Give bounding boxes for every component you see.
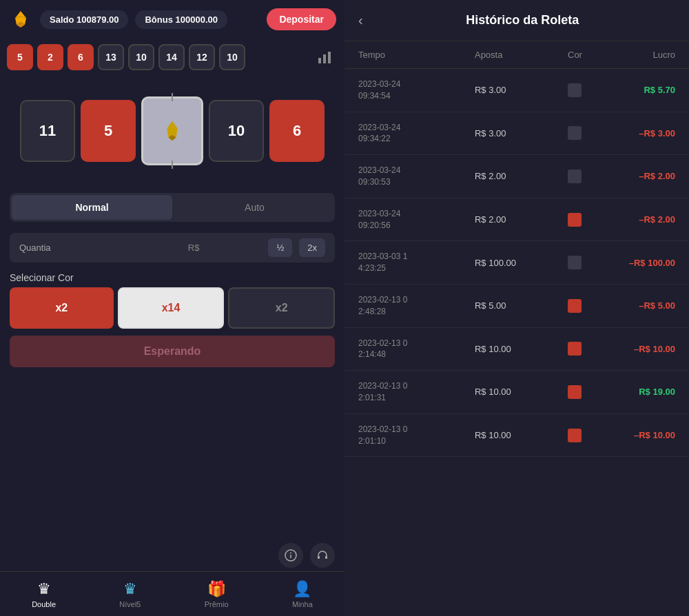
table-row: 2023-03-2409:30:53 R$ 2.00 –R$ 2.00 <box>344 155 689 198</box>
td-aposta-8: R$ 10.00 <box>475 387 553 397</box>
bubble-2: 2 <box>37 44 63 70</box>
headset-button[interactable] <box>310 543 335 568</box>
roulette-display: 11 5 10 6 <box>0 76 344 186</box>
header: Saldo 100879.00 Bônus 100000.00 Deposita… <box>0 0 344 39</box>
currency-label: R$ <box>188 243 200 253</box>
td-aposta-2: R$ 3.00 <box>475 128 553 138</box>
deposit-button[interactable]: Depositar <box>267 8 336 30</box>
svg-rect-10 <box>290 555 291 558</box>
td-lucro-7: –R$ 10.00 <box>597 344 675 354</box>
bubble-7: 12 <box>189 44 215 70</box>
bubble-3: 6 <box>68 44 94 70</box>
th-aposta: Aposta <box>475 50 553 60</box>
td-time-4: 2023-03-2409:20:56 <box>358 208 475 232</box>
half-button[interactable]: ½ <box>268 238 292 257</box>
right-header: ‹ Histórico da Roleta <box>344 0 689 41</box>
nav-minha[interactable]: 👤 Minha <box>292 580 313 608</box>
td-lucro-8: R$ 19.00 <box>597 387 675 397</box>
svg-point-11 <box>290 553 291 554</box>
color-white-button[interactable]: x14 <box>118 287 225 329</box>
td-aposta-9: R$ 10.00 <box>475 430 553 440</box>
table-row: 2023-03-2409:34:54 R$ 3.00 R$ 5.70 <box>344 69 689 112</box>
amount-row: Quantia R$ ½ 2x <box>10 233 335 263</box>
bubble-4: 13 <box>98 44 124 70</box>
td-cor-7 <box>553 342 598 356</box>
td-lucro-4: –R$ 2.00 <box>597 214 675 225</box>
td-lucro-1: R$ 5.70 <box>597 85 675 95</box>
td-lucro-2: –R$ 3.00 <box>597 128 675 138</box>
history-bubbles: 5 2 6 13 10 14 12 10 <box>0 39 344 76</box>
amount-input[interactable] <box>206 243 261 254</box>
table-header: Tempo Aposta Cor Lucro <box>344 41 689 69</box>
premio-icon: 🎁 <box>207 580 226 598</box>
table-row: 2023-03-03 14:23:25 R$ 100.00 –R$ 100.00 <box>344 241 689 285</box>
svg-rect-4 <box>323 54 326 63</box>
tab-normal[interactable]: Normal <box>12 195 172 220</box>
th-cor: Cor <box>553 50 598 60</box>
nav-double[interactable]: ♛ Double <box>32 580 56 608</box>
amount-label: Quantia <box>19 243 181 253</box>
waiting-button[interactable]: Esperando <box>10 336 335 367</box>
color-dark-button[interactable]: x2 <box>228 287 335 329</box>
td-cor-6 <box>553 299 598 313</box>
roulette-card-2: 5 <box>81 100 136 162</box>
td-aposta-5: R$ 100.00 <box>475 258 553 268</box>
double-icon: ♛ <box>37 580 51 598</box>
color-options: x2 x14 x2 <box>10 287 335 329</box>
minha-icon: 👤 <box>293 580 311 598</box>
color-label: Selecionar Cor <box>10 272 335 283</box>
td-cor-2 <box>553 126 598 140</box>
roulette-card-1: 11 <box>20 100 75 162</box>
table-row: 2023-03-2409:34:22 R$ 3.00 –R$ 3.00 <box>344 112 689 156</box>
td-aposta-7: R$ 10.00 <box>475 344 553 354</box>
td-aposta-3: R$ 2.00 <box>475 171 553 181</box>
bubble-5: 10 <box>128 44 154 70</box>
table-row: 2023-02-13 02:01:10 R$ 10.00 –R$ 10.00 <box>344 414 689 458</box>
td-time-5: 2023-03-03 14:23:25 <box>358 251 475 274</box>
td-cor-8 <box>553 385 598 399</box>
roulette-card-center <box>141 96 203 165</box>
table-row: 2023-02-13 02:14:48 R$ 10.00 –R$ 10.00 <box>344 328 689 371</box>
td-cor-5 <box>553 256 598 269</box>
td-cor-1 <box>553 83 598 97</box>
svg-rect-5 <box>328 52 331 63</box>
nav-nivel-label: Nível5 <box>119 600 141 608</box>
td-lucro-6: –R$ 5.00 <box>597 300 675 311</box>
left-panel: Saldo 100879.00 Bônus 100000.00 Deposita… <box>0 0 344 616</box>
td-time-2: 2023-03-2409:34:22 <box>358 122 475 145</box>
td-lucro-9: –R$ 10.00 <box>597 430 675 440</box>
td-aposta-4: R$ 2.00 <box>475 214 553 225</box>
nav-nivel[interactable]: ♛ Nível5 <box>119 580 141 608</box>
svg-rect-3 <box>318 58 321 63</box>
bubble-6: 14 <box>158 44 185 70</box>
info-button[interactable] <box>278 543 303 568</box>
double-button[interactable]: 2x <box>299 238 325 257</box>
bonus-button[interactable]: Bônus 100000.00 <box>135 10 227 29</box>
table-row: 2023-03-2409:20:56 R$ 2.00 –R$ 2.00 <box>344 198 689 242</box>
tab-auto[interactable]: Auto <box>174 193 335 222</box>
td-aposta-1: R$ 3.00 <box>475 85 553 95</box>
td-cor-4 <box>553 213 598 227</box>
nav-premio[interactable]: 🎁 Prêmio <box>205 580 229 608</box>
bonus-value: 100000.00 <box>176 14 218 25</box>
svg-rect-13 <box>325 556 327 559</box>
td-time-8: 2023-02-13 02:01:31 <box>358 380 475 404</box>
chart-icon[interactable] <box>311 44 338 70</box>
saldo-button[interactable]: Saldo 100879.00 <box>40 10 128 29</box>
saldo-value: 100879.00 <box>76 14 119 25</box>
td-time-9: 2023-02-13 02:01:10 <box>358 424 475 447</box>
th-tempo: Tempo <box>358 50 475 60</box>
nav-double-label: Double <box>32 600 56 608</box>
color-red-button[interactable]: x2 <box>10 287 114 329</box>
td-time-1: 2023-03-2409:34:54 <box>358 79 475 102</box>
nivel-icon: ♛ <box>123 580 137 598</box>
td-lucro-3: –R$ 2.00 <box>597 171 675 181</box>
bonus-label: Bônus <box>145 14 172 25</box>
logo <box>8 7 33 32</box>
nav-premio-label: Prêmio <box>205 600 229 608</box>
td-time-3: 2023-03-2409:30:53 <box>358 165 475 188</box>
right-panel: ‹ Histórico da Roleta Tempo Aposta Cor L… <box>344 0 689 616</box>
mode-tabs: Normal Auto <box>10 193 335 222</box>
roulette-card-4: 10 <box>209 100 264 162</box>
back-button[interactable]: ‹ <box>358 10 370 31</box>
